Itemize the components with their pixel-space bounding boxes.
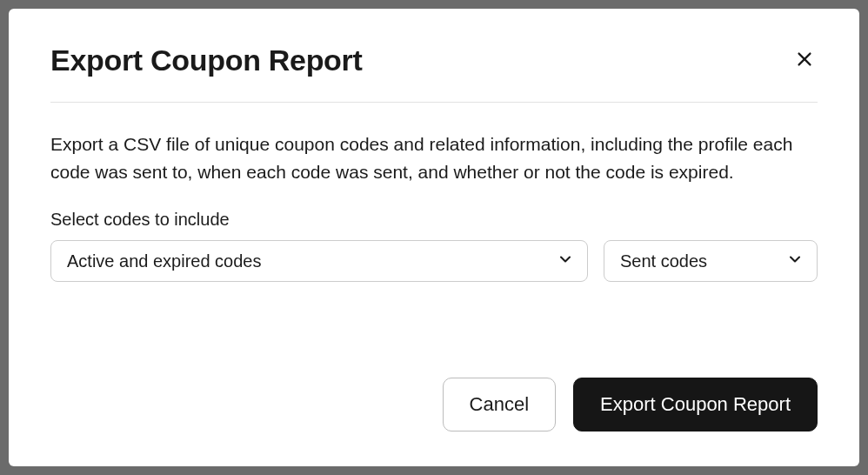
select-codes-label: Select codes to include [50,210,818,230]
modal-header: Export Coupon Report [50,43,818,103]
modal-description: Export a CSV file of unique coupon codes… [50,130,818,185]
close-button[interactable] [791,46,818,75]
sent-filter-select-wrapper: Sent codes [604,240,818,282]
export-coupon-report-modal: Export Coupon Report Export a CSV file o… [9,9,859,466]
modal-body: Export a CSV file of unique coupon codes… [50,103,818,282]
code-status-select-wrapper: Active and expired codes [50,240,588,282]
select-row: Active and expired codes Sent codes [50,240,818,282]
export-button[interactable]: Export Coupon Report [573,378,818,432]
code-status-select-value: Active and expired codes [67,251,261,271]
close-icon [795,50,814,71]
modal-footer: Cancel Export Coupon Report [50,343,818,432]
cancel-button[interactable]: Cancel [443,378,556,432]
modal-title: Export Coupon Report [50,43,363,77]
code-status-select[interactable]: Active and expired codes [50,240,588,282]
sent-filter-select[interactable]: Sent codes [604,240,818,282]
sent-filter-select-value: Sent codes [620,251,707,271]
